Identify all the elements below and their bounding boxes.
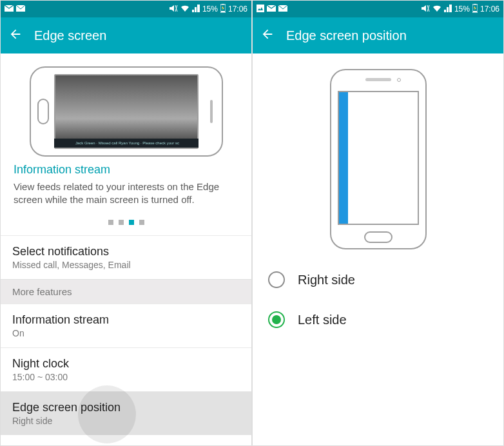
battery-percent: 15% xyxy=(454,5,470,14)
page-title: Edge screen xyxy=(34,28,106,43)
option-label: Right side xyxy=(298,273,355,287)
back-icon[interactable] xyxy=(8,27,23,44)
preview-illustration xyxy=(253,53,503,260)
item-title: Night clock xyxy=(12,357,240,371)
page-dot-active[interactable] xyxy=(129,220,134,225)
page-indicator[interactable] xyxy=(1,216,251,235)
wifi-icon xyxy=(432,5,441,14)
edge-highlight xyxy=(339,92,348,224)
night-clock-item[interactable]: Night clock 15:00 ~ 03:00 xyxy=(1,347,251,391)
battery-icon xyxy=(220,4,226,15)
battery-icon xyxy=(472,4,478,15)
page-title: Edge screen position xyxy=(286,28,407,43)
gmail-icon xyxy=(267,5,276,14)
more-features-subheader: More features xyxy=(1,279,251,304)
touch-ripple xyxy=(78,385,136,443)
mute-icon xyxy=(169,5,178,14)
option-left-side[interactable]: Left side xyxy=(253,300,503,340)
message-icon xyxy=(16,5,25,14)
gallery-icon xyxy=(257,5,264,14)
status-bar: 15% 17:06 xyxy=(253,1,503,17)
svg-rect-4 xyxy=(257,5,264,12)
app-bar: Edge screen position xyxy=(253,17,503,53)
app-bar: Edge screen xyxy=(1,17,251,53)
content-area: Jack Green · Missed call Ryan Young · Pl… xyxy=(1,53,251,445)
info-stream-title: Information stream xyxy=(1,163,251,180)
item-subtitle: Missed call, Messages, Email xyxy=(12,260,240,270)
option-right-side[interactable]: Right side xyxy=(253,260,503,300)
item-title: Information stream xyxy=(12,313,240,327)
mute-icon xyxy=(421,5,430,14)
edge-screen-position-item[interactable]: Edge screen position Right side xyxy=(1,391,251,435)
item-title: Select notifications xyxy=(12,245,240,258)
option-label: Left side xyxy=(298,313,347,327)
svg-rect-7 xyxy=(474,4,476,5)
page-dot[interactable] xyxy=(119,220,124,225)
svg-rect-2 xyxy=(222,4,224,5)
message-icon xyxy=(278,5,287,14)
back-icon[interactable] xyxy=(260,27,275,44)
page-dot[interactable] xyxy=(108,220,113,225)
radio-checked-icon xyxy=(268,311,285,328)
battery-percent: 15% xyxy=(202,5,218,14)
ticker-text: Jack Green · Missed call Ryan Young · Pl… xyxy=(54,139,199,148)
page-dot[interactable] xyxy=(139,220,144,225)
status-bar: 15% 17:06 xyxy=(1,1,251,17)
wifi-icon xyxy=(180,5,189,14)
item-subtitle: On xyxy=(12,328,240,338)
signal-icon xyxy=(192,5,200,14)
content-area: Right side Left side xyxy=(253,53,503,445)
clock-time: 17:06 xyxy=(480,5,499,14)
signal-icon xyxy=(444,5,452,14)
screen-edge-position: 15% 17:06 Edge screen position Right sid… xyxy=(252,0,504,446)
gmail-icon xyxy=(5,5,14,14)
item-subtitle: 15:00 ~ 03:00 xyxy=(12,372,240,382)
clock-time: 17:06 xyxy=(228,5,247,14)
info-stream-description: View feeds related to your interests on … xyxy=(1,180,251,216)
screen-edge-settings: 15% 17:06 Edge screen Jack Green · Misse… xyxy=(0,0,252,446)
svg-rect-8 xyxy=(473,11,477,12)
preview-illustration: Jack Green · Missed call Ryan Young · Pl… xyxy=(1,53,251,163)
svg-rect-3 xyxy=(221,11,225,12)
radio-unchecked-icon xyxy=(268,271,285,288)
information-stream-item[interactable]: Information stream On xyxy=(1,304,251,347)
select-notifications-item[interactable]: Select notifications Missed call, Messag… xyxy=(1,235,251,279)
